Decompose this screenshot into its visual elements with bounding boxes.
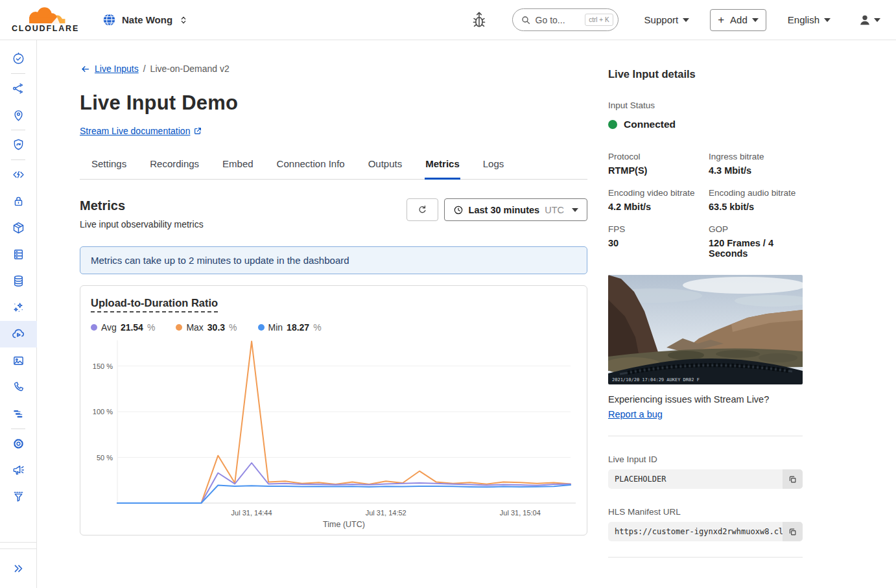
cloudflare-cloud-icon [22,7,69,25]
hls-manifest-url-value[interactable]: https://customer-igynxd2rwhmuoxw8.cloudf [608,527,783,536]
copy-icon [788,527,797,537]
sidebar-item-logs-gantt[interactable] [0,401,37,427]
detail-value: 4.2 Mbit/s [608,202,709,212]
live-input-id-value[interactable]: PLACEHOLDER [608,475,783,484]
network-share-icon [12,82,25,95]
shield-sync-icon [12,138,25,152]
sidebar-item-ai[interactable] [0,294,37,321]
sidebar-item-server[interactable] [0,241,37,268]
sidebar-item-lock[interactable] [0,188,37,215]
copy-live-input-id-button[interactable] [783,469,803,489]
sidebar-divider [11,73,25,74]
tab-outputs[interactable]: Outputs [368,152,403,180]
breadcrumb-back-link[interactable]: Live Inputs [80,64,139,74]
report-bug-icon-button[interactable] [468,8,490,32]
detail-audio-bitrate: Encoding audio bitrate 63.5 kbit/s [709,188,803,212]
metrics-controls: Last 30 minutes UTC [407,198,587,229]
svg-text:Jul 31, 14:52: Jul 31, 14:52 [366,509,407,517]
global-search[interactable]: Go to... ctrl + K [512,8,619,31]
live-input-details-panel: Live Input details Input Status Connecte… [608,64,803,588]
package-cube-icon [12,221,25,235]
dashcam-preview-image: 2021/10/20 17:04:29 AUKEY DR02 F [608,275,803,384]
detail-label: Encoding audio bitrate [709,188,803,198]
detail-label: Encoding video bitrate [608,188,709,198]
add-button[interactable]: + Add [710,9,766,31]
caret-down-icon [572,208,578,212]
account-name: Nate Wong [122,14,172,25]
input-status-label: Input Status [608,100,803,110]
refresh-icon [417,204,428,215]
search-icon [521,15,531,25]
external-link-icon [193,126,202,135]
chart-title: Upload-to-Duration Ratio [91,297,218,312]
globe-icon [102,13,116,27]
updown-chevrons-icon [178,14,189,26]
tab-logs[interactable]: Logs [482,152,505,180]
detail-value: 120 Frames / 4 Seconds [709,238,803,259]
server-rack-icon [12,248,25,261]
report-bug-link[interactable]: Report a bug [608,409,663,419]
cloudflare-logo[interactable]: CLOUDFLARE [9,7,82,33]
live-input-id-field: PLACEHOLDER [608,469,803,489]
copy-hls-url-button[interactable] [783,522,803,541]
refresh-button[interactable] [407,198,438,221]
detail-label: FPS [608,224,709,234]
breadcrumb-separator: / [143,64,146,74]
support-menu[interactable]: Support [641,14,694,26]
language-label: English [788,14,819,25]
tab-metrics[interactable]: Metrics [425,152,460,180]
sidebar-item-map-pin[interactable] [0,102,37,128]
tab-settings[interactable]: Settings [91,152,127,180]
sidebar-item-code-bolt[interactable] [0,161,37,188]
sidebar-item-images[interactable] [0,347,37,374]
sidebar-item-notifications[interactable] [0,457,37,484]
time-range-dropdown[interactable]: Last 30 minutes UTC [444,198,587,221]
images-icon [12,354,25,368]
breadcrumb-back-label: Live Inputs [95,64,139,74]
detail-label: GOP [709,224,803,234]
tab-embed[interactable]: Embed [222,152,254,180]
sidebar-item-clock-check[interactable] [0,45,37,72]
legend-item-avg: Avg 21.54 % [91,322,155,333]
status-connected-dot [608,120,617,129]
sidebar-collapse-button[interactable] [0,548,36,588]
phone-icon [12,381,25,394]
database-icon [12,274,25,288]
tab-connection-info[interactable]: Connection Info [276,152,346,180]
sidebar-item-shield[interactable] [0,132,37,158]
ai-sparkles-icon [12,301,25,314]
sidebar-item-stream[interactable] [0,321,37,347]
detail-gop: GOP 120 Frames / 4 Seconds [709,224,803,259]
detail-value: RTMP(S) [608,165,709,176]
sidebar-item-calls[interactable] [0,374,37,401]
tab-recordings[interactable]: Recordings [149,152,200,180]
language-menu[interactable]: English [784,14,834,26]
detail-value: 30 [608,238,709,248]
stream-docs-link[interactable]: Stream Live documentation [80,126,190,136]
sidebar-item-package[interactable] [0,215,37,241]
metrics-header-row: Metrics Live input observability metrics [80,198,587,229]
left-nav-sidebar [0,40,37,588]
support-label: Support [644,14,679,25]
sidebar-item-network[interactable] [0,75,37,102]
page-title: Live Input Demo [80,91,587,115]
issues-question: Experiencing issues with Stream Live? [608,394,803,405]
sidebar-item-database[interactable] [0,268,37,294]
detail-value: 4.3 Mbit/s [709,165,803,176]
live-input-id-label: Live Input ID [608,454,803,464]
top-header: CLOUDFLARE Nate Wong [0,0,896,40]
clock-icon [453,205,464,215]
time-range-value: Last 30 minutes [469,205,540,215]
brand-wordmark: CLOUDFLARE [12,24,79,33]
sidebar-item-settings[interactable] [0,430,37,457]
sidebar-item-filter[interactable] [0,484,37,510]
legend-dot-max [176,324,182,331]
detail-value: 63.5 kbit/s [709,202,803,212]
sidebar-bottom [0,542,36,588]
legend-unit: % [229,322,237,333]
live-preview-thumbnail: 2021/10/20 17:04:29 AUKEY DR02 F [608,275,803,384]
hls-manifest-url-field: https://customer-igynxd2rwhmuoxw8.cloudf [608,522,803,541]
detail-label: Protocol [608,152,709,161]
user-menu[interactable] [854,12,884,28]
account-switcher[interactable]: Nate Wong [102,13,189,27]
